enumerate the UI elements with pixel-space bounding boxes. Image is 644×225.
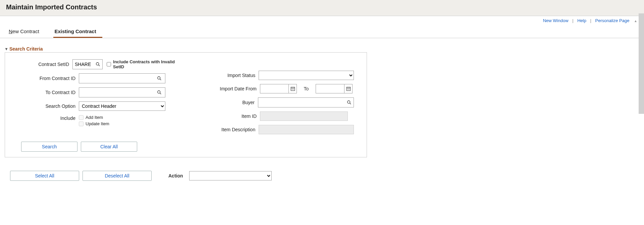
search-criteria-heading: Search Criteria bbox=[9, 46, 43, 52]
calendar-icon[interactable] bbox=[289, 84, 297, 93]
search-criteria-toggle[interactable]: ▾ Search Criteria bbox=[5, 46, 644, 52]
svg-point-20 bbox=[348, 89, 348, 90]
from-contract-id-label: From Contract ID bbox=[12, 76, 79, 81]
item-description-input bbox=[259, 125, 354, 134]
import-status-label: Import Status bbox=[200, 73, 259, 78]
svg-line-3 bbox=[160, 79, 161, 80]
calendar-icon[interactable] bbox=[344, 84, 353, 93]
invalid-setid-checkbox[interactable] bbox=[107, 62, 111, 67]
action-select[interactable] bbox=[189, 171, 272, 180]
svg-point-11 bbox=[291, 89, 292, 90]
tab-new-contract[interactable]: New Contract bbox=[7, 26, 45, 38]
update-item-label: Update Item bbox=[86, 121, 109, 126]
personalize-page-link[interactable]: Personalize Page bbox=[593, 18, 632, 23]
link-separator: | bbox=[572, 18, 573, 23]
search-option-label: Search Option bbox=[12, 103, 79, 109]
update-item-checkbox bbox=[79, 122, 84, 126]
svg-point-9 bbox=[292, 88, 293, 89]
lookup-icon[interactable] bbox=[94, 60, 102, 69]
svg-point-16 bbox=[347, 88, 347, 89]
page-header: Maintain Imported Contracts bbox=[0, 0, 644, 16]
svg-point-2 bbox=[158, 77, 160, 79]
clear-all-button[interactable]: Clear All bbox=[81, 142, 137, 152]
svg-point-21 bbox=[349, 89, 349, 90]
svg-point-17 bbox=[348, 88, 348, 89]
lookup-icon[interactable] bbox=[345, 98, 354, 107]
svg-line-1 bbox=[99, 65, 100, 66]
top-links-bar: New Window | Help | Personalize Page ▲ bbox=[0, 16, 644, 24]
add-item-checkbox bbox=[79, 115, 84, 120]
item-id-input bbox=[260, 111, 348, 121]
buyer-input[interactable] bbox=[258, 98, 345, 107]
add-item-checkbox-wrap: Add Item bbox=[79, 115, 109, 120]
chevron-down-icon: ▾ bbox=[5, 47, 7, 51]
item-description-label: Item Description bbox=[200, 127, 259, 132]
invalid-setid-checkbox-wrap[interactable]: Include Contracts with Invalid SetID bbox=[107, 59, 179, 69]
to-contract-id-lookup bbox=[79, 87, 165, 97]
from-contract-id-lookup bbox=[79, 73, 165, 83]
deselect-all-button[interactable]: Deselect All bbox=[83, 171, 152, 181]
from-contract-id-input[interactable] bbox=[79, 74, 155, 83]
to-contract-id-input[interactable] bbox=[79, 88, 155, 97]
search-button[interactable]: Search bbox=[21, 142, 77, 152]
item-id-label: Item ID bbox=[200, 114, 260, 119]
new-window-link[interactable]: New Window bbox=[540, 18, 571, 23]
buyer-label: Buyer bbox=[200, 100, 258, 105]
lookup-icon[interactable] bbox=[155, 88, 164, 97]
contract-setid-input[interactable] bbox=[73, 60, 94, 69]
contract-setid-label: Contract SetID bbox=[12, 62, 72, 67]
invalid-setid-label: Include Contracts with Invalid SetID bbox=[113, 59, 179, 69]
contract-setid-lookup bbox=[72, 59, 103, 69]
update-item-checkbox-wrap: Update Item bbox=[79, 121, 109, 126]
svg-point-4 bbox=[158, 91, 160, 93]
import-status-select[interactable] bbox=[259, 71, 354, 80]
include-label: Include bbox=[12, 115, 79, 121]
buyer-lookup bbox=[258, 97, 354, 107]
lookup-icon[interactable] bbox=[155, 74, 164, 83]
action-label: Action bbox=[168, 173, 183, 178]
import-date-to-label: To bbox=[297, 86, 316, 91]
collapse-icon[interactable]: ▲ bbox=[634, 19, 637, 23]
to-contract-id-label: To Contract ID bbox=[12, 90, 79, 95]
svg-point-19 bbox=[347, 89, 347, 90]
import-date-from-label: Import Date From bbox=[200, 86, 260, 91]
svg-line-5 bbox=[160, 93, 161, 94]
svg-point-0 bbox=[96, 63, 99, 65]
select-all-button[interactable]: Select All bbox=[10, 171, 79, 181]
help-link[interactable]: Help bbox=[575, 18, 589, 23]
svg-point-13 bbox=[293, 89, 293, 90]
import-date-to-input[interactable] bbox=[316, 84, 344, 93]
svg-point-22 bbox=[347, 101, 350, 103]
add-item-label: Add Item bbox=[86, 115, 103, 120]
svg-point-10 bbox=[293, 88, 293, 89]
page-title: Maintain Imported Contracts bbox=[6, 3, 638, 11]
tab-bar: New Contract Existing Contract bbox=[0, 26, 644, 38]
svg-point-8 bbox=[291, 88, 292, 89]
tab-existing-contract[interactable]: Existing Contract bbox=[53, 26, 102, 38]
search-criteria-groupbox: Contract SetID Include Contracts with In… bbox=[5, 52, 367, 157]
scrollbar[interactable] bbox=[639, 13, 644, 114]
svg-line-23 bbox=[350, 103, 351, 104]
bottom-action-bar: Select All Deselect All Action bbox=[10, 171, 644, 181]
import-date-from-input[interactable] bbox=[260, 84, 289, 93]
search-option-select[interactable]: Contract Header bbox=[79, 101, 165, 111]
svg-point-18 bbox=[349, 88, 349, 89]
svg-point-12 bbox=[292, 89, 293, 90]
link-separator: | bbox=[590, 18, 591, 23]
